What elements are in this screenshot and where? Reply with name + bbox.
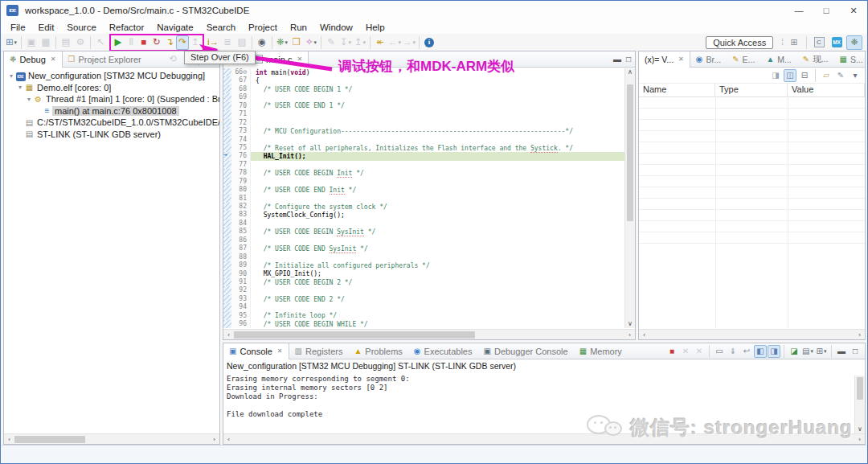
expand-chevron-icon[interactable]: ▾ bbox=[25, 96, 33, 103]
scroll-right-icon[interactable]: › bbox=[209, 436, 219, 443]
step-over-icon[interactable]: ↷ bbox=[176, 35, 189, 50]
remove-all-launches-icon[interactable]: ✕ bbox=[693, 345, 706, 358]
menu-source[interactable]: Source bbox=[60, 22, 102, 33]
scroll-right-icon[interactable]: › bbox=[854, 436, 865, 443]
maximize-button[interactable]: □ bbox=[813, 1, 840, 20]
editor-ruler[interactable] bbox=[223, 312, 231, 320]
tree-row[interactable]: ≡main() at main.c:76 0x8001008 bbox=[4, 105, 219, 117]
menu-edit[interactable]: Edit bbox=[32, 22, 61, 33]
minimize-editor-icon[interactable]: ▬ bbox=[613, 55, 621, 64]
dropdown-arrow-icon[interactable]: ▾ bbox=[349, 35, 352, 49]
last-edit-location-icon[interactable]: ↞ bbox=[373, 35, 387, 50]
editor-ruler[interactable] bbox=[223, 236, 231, 244]
scrollbar-thumb[interactable] bbox=[14, 436, 85, 443]
console-tab-problems[interactable]: ▲Problems bbox=[348, 343, 407, 359]
menu-navigate[interactable]: Navigate bbox=[150, 22, 199, 33]
menu-refactor[interactable]: Refactor bbox=[103, 22, 150, 33]
open-perspective-icon[interactable]: ⊞ bbox=[786, 35, 802, 50]
save-all-icon[interactable]: ▩ bbox=[39, 35, 53, 50]
editor-ruler[interactable] bbox=[223, 68, 231, 76]
editor-ruler[interactable] bbox=[223, 203, 231, 211]
editor-ruler[interactable] bbox=[223, 93, 231, 101]
scroll-right-icon[interactable]: › bbox=[624, 331, 635, 339]
step-return-icon[interactable]: ↥ bbox=[189, 35, 202, 50]
pin-console-icon[interactable]: ◪ bbox=[788, 345, 800, 358]
maximize-console-icon[interactable]: □ bbox=[849, 345, 862, 358]
info-icon[interactable]: i bbox=[422, 35, 436, 50]
editor-ruler[interactable] bbox=[223, 136, 231, 144]
editor-ruler[interactable] bbox=[223, 110, 231, 118]
scroll-left-icon[interactable]: ‹ bbox=[639, 331, 649, 339]
editor-ruler[interactable] bbox=[223, 119, 231, 127]
editor-ruler[interactable] bbox=[223, 220, 231, 228]
editor-ruler[interactable] bbox=[223, 85, 231, 93]
code-editor[interactable]: 66⊖int main(void)67{68 /* USER CODE BEGI… bbox=[223, 68, 624, 328]
variables-tab-e[interactable]: ✎E... bbox=[727, 51, 760, 68]
show-stdout-icon[interactable]: ◧ bbox=[754, 345, 767, 358]
editor-ruler[interactable]: → bbox=[223, 152, 231, 160]
next-annotation-icon[interactable]: ↧▾ bbox=[338, 35, 353, 50]
quick-access-button[interactable]: Quick Access bbox=[706, 36, 773, 49]
editor-ruler[interactable] bbox=[223, 186, 231, 194]
remove-launch-icon[interactable]: ✕ bbox=[679, 345, 692, 358]
editor-ruler[interactable] bbox=[223, 244, 231, 253]
menu-window[interactable]: Window bbox=[313, 22, 359, 33]
table-row[interactable] bbox=[639, 210, 865, 221]
back-icon[interactable]: ←▾ bbox=[387, 35, 402, 50]
column-divider[interactable] bbox=[788, 96, 788, 328]
table-row[interactable] bbox=[639, 176, 865, 187]
editor-ruler[interactable] bbox=[223, 295, 231, 303]
editor-ruler[interactable] bbox=[223, 286, 231, 294]
edit-watch-icon[interactable]: ✎ bbox=[834, 69, 847, 82]
instruction-stepping-icon[interactable]: i→ bbox=[206, 35, 220, 50]
close-tab-icon[interactable]: ✕ bbox=[297, 55, 302, 63]
scroll-lock-icon[interactable]: ⇓ bbox=[727, 345, 739, 358]
show-frames-icon[interactable]: ≣ bbox=[220, 35, 235, 50]
table-row[interactable] bbox=[639, 109, 865, 120]
show-logical-structure-icon[interactable]: ◫ bbox=[784, 69, 796, 82]
editor-ruler[interactable] bbox=[223, 169, 231, 177]
tree-row[interactable]: ▤C:/ST/STM32CubeIDE_1.0.0/STM32CubeIDE/p… bbox=[4, 117, 219, 129]
dropdown-arrow-icon[interactable]: ▾ bbox=[363, 35, 366, 49]
dropdown-arrow-icon[interactable]: ▾ bbox=[14, 35, 18, 49]
cpp-perspective-icon[interactable]: C bbox=[811, 35, 827, 50]
menu-run[interactable]: Run bbox=[284, 22, 313, 33]
menu-help[interactable]: Help bbox=[359, 22, 391, 33]
column-header-value[interactable]: Value bbox=[788, 84, 865, 96]
debug-tab-project-explorer[interactable]: ❒Project Explorer bbox=[63, 51, 147, 68]
tree-row[interactable]: ▤ST-LINK (ST-LINK GDB server) bbox=[4, 129, 219, 141]
build-binary-icon[interactable]: ▤ bbox=[59, 35, 73, 50]
table-row[interactable] bbox=[639, 131, 865, 142]
scrollbar-thumb[interactable] bbox=[627, 84, 633, 221]
use-step-filters-icon[interactable]: ▨ bbox=[235, 35, 249, 50]
editor-ruler[interactable] bbox=[223, 195, 231, 203]
remove-all-terminated-icon[interactable]: ⟲ bbox=[166, 52, 180, 67]
scrollbar-thumb[interactable] bbox=[234, 331, 475, 339]
editor-ruler[interactable] bbox=[223, 102, 231, 110]
dropdown-arrow-icon[interactable]: ▾ bbox=[399, 35, 402, 49]
dropdown-arrow-icon[interactable]: ▾ bbox=[824, 344, 827, 358]
table-row[interactable] bbox=[639, 120, 865, 131]
table-row[interactable] bbox=[639, 221, 865, 232]
column-divider[interactable] bbox=[715, 96, 716, 328]
show-type-names-icon[interactable]: ◨ bbox=[769, 69, 782, 82]
variables-tab-br[interactable]: ◉Br... bbox=[690, 51, 727, 68]
restart-icon[interactable]: ↻ bbox=[150, 35, 163, 50]
menu-search[interactable]: Search bbox=[200, 22, 242, 33]
close-button[interactable]: ✕ bbox=[840, 1, 867, 20]
mark-occurrences-icon[interactable]: ✎ bbox=[324, 35, 338, 50]
editor-ruler[interactable] bbox=[223, 270, 231, 278]
menu-project[interactable]: Project bbox=[242, 22, 284, 33]
resume-icon[interactable]: ▶ bbox=[112, 35, 125, 50]
table-row[interactable] bbox=[639, 232, 865, 244]
new-watch-icon[interactable]: ▱ bbox=[820, 69, 833, 82]
expand-chevron-icon[interactable]: ▾ bbox=[7, 72, 15, 80]
editor-ruler[interactable] bbox=[223, 127, 231, 135]
variables-tab-s[interactable]: ▦S... bbox=[833, 51, 868, 68]
scrollbar-thumb[interactable] bbox=[857, 377, 863, 400]
open-console-icon[interactable]: ⊞▾ bbox=[815, 345, 828, 358]
debug-perspective-icon[interactable]: ❈ bbox=[846, 35, 862, 50]
menu-file[interactable]: File bbox=[4, 22, 32, 33]
dropdown-arrow-icon[interactable]: ▾ bbox=[413, 35, 416, 49]
external-tools-icon[interactable]: ✧▾ bbox=[304, 35, 318, 50]
